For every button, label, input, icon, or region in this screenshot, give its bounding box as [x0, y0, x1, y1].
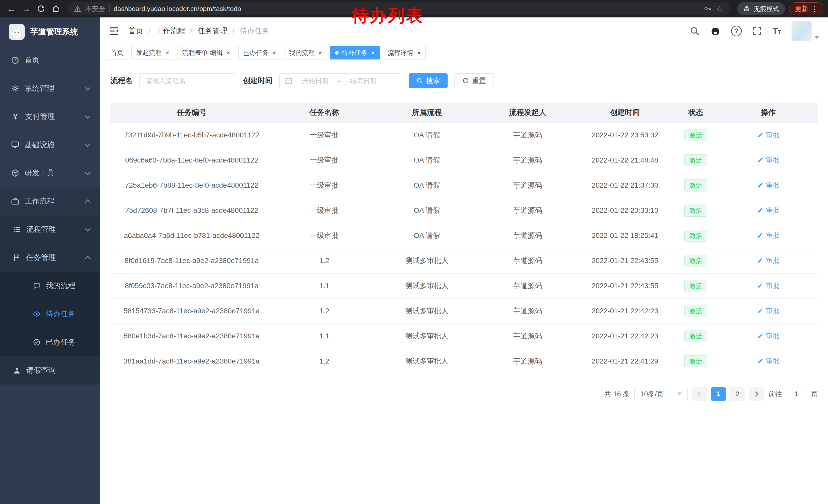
approve-link[interactable]: 审批 [757, 206, 779, 215]
cell-task-id: 381aa1dd-7ac8-11ec-a9e2-a2380e71991a [110, 349, 273, 374]
sidebar-item-system[interactable]: 系统管理 [0, 74, 100, 102]
reload-icon [37, 4, 45, 13]
fullscreen-icon[interactable] [752, 26, 762, 36]
column-header: 创建时间 [577, 102, 672, 123]
page-button-2[interactable]: 2 [730, 387, 745, 401]
approve-link[interactable]: 审批 [757, 181, 779, 190]
close-icon[interactable]: × [371, 49, 375, 56]
sidebar-item-infrastructure[interactable]: 基础设施 [0, 131, 100, 159]
table-row: a6aba0a4-7b6d-11ec-b781-acde48001122 一级审… [110, 223, 818, 248]
tab-done-tasks[interactable]: 已办任务× [238, 46, 281, 59]
sidebar-item-devtools[interactable]: 研发工具 [0, 159, 100, 187]
cell-process: OA 请假 [376, 148, 478, 173]
sidebar-item-process-mgmt[interactable]: 流程管理 [0, 215, 100, 243]
sidebar-item-label: 已办任务 [46, 337, 75, 348]
close-icon[interactable]: × [165, 49, 169, 56]
url-text[interactable]: dashboard.yudao.iocoder.cn/bpm/task/todo [114, 5, 241, 13]
help-icon[interactable]: ? [731, 26, 742, 36]
navbar-actions: ? TT [690, 21, 819, 41]
search-button[interactable]: 搜索 [409, 73, 448, 88]
cell-created: 2022-01-21 22:42:23 [577, 299, 672, 324]
approve-link[interactable]: 审批 [757, 131, 779, 139]
cell-action: 审批 [719, 349, 818, 374]
tab-home[interactable]: 首页 [106, 46, 128, 59]
user-avatar[interactable] [792, 21, 819, 41]
approve-link[interactable]: 审批 [757, 231, 779, 240]
sidebar-item-task-mgmt[interactable]: 任务管理 [0, 243, 100, 272]
sidebar-item-payment[interactable]: ¥ 支付管理 [0, 102, 100, 131]
close-icon[interactable]: × [318, 49, 322, 56]
table-row: 8f059c03-7ac8-11ec-a9e2-a2380e71991a 1.1… [110, 273, 818, 299]
status-badge: 激活 [685, 179, 707, 191]
address-bar[interactable]: 不安全 dashboard.yudao.iocoder.cn/bpm/task/… [67, 2, 730, 15]
cell-created: 2022-01-22 20:33:10 [577, 198, 672, 223]
sidebar-collapse-icon[interactable] [109, 26, 120, 36]
chevron-down-icon [85, 170, 91, 175]
breadcrumb-item[interactable]: 工作流程 [156, 26, 185, 36]
process-name-label: 流程名 [110, 76, 133, 86]
reset-button[interactable]: 重置 [454, 73, 494, 88]
column-header: 所属流程 [376, 102, 478, 123]
sidebar-item-done-tasks[interactable]: 已办任务 [0, 328, 100, 356]
approve-link[interactable]: 审批 [757, 155, 779, 165]
tab-start-process[interactable]: 发起流程× [131, 46, 174, 59]
status-badge: 激活 [685, 129, 707, 141]
github-icon[interactable] [710, 26, 721, 36]
refresh-icon [462, 78, 469, 84]
next-page-button[interactable] [749, 387, 763, 401]
font-size-icon[interactable]: TT [773, 26, 781, 36]
tab-process-detail[interactable]: 流程详情× [383, 46, 425, 59]
goto-page-input[interactable] [787, 387, 806, 401]
date-range-picker[interactable]: - [279, 73, 402, 88]
browser-reload-button[interactable] [34, 2, 48, 15]
breadcrumb-item[interactable]: 任务管理 [198, 26, 227, 36]
bookmark-star-icon[interactable]: ☆ [716, 4, 723, 13]
process-name-input[interactable] [139, 73, 236, 88]
table-row: 73211d9d-7b9b-11ec-b5b7-acde48001122 一级审… [110, 123, 818, 148]
cell-task-name: 1.2 [273, 349, 376, 374]
app-logo[interactable]: 芋道管理系统 [0, 17, 100, 46]
approve-link[interactable]: 审批 [757, 306, 779, 315]
close-icon[interactable]: × [417, 49, 421, 56]
cell-status: 激活 [673, 198, 719, 223]
prev-page-button[interactable] [692, 387, 707, 401]
tools-icon [11, 169, 19, 177]
edit-icon [757, 358, 763, 364]
key-icon[interactable] [704, 5, 712, 13]
page-size-select[interactable]: 10条/页 [634, 387, 688, 401]
close-icon[interactable]: × [226, 49, 230, 56]
approve-link[interactable]: 审批 [757, 357, 779, 366]
sidebar-item-todo-tasks[interactable]: 待办任务 [0, 300, 100, 328]
end-date-input[interactable] [344, 77, 382, 85]
cell-action: 审批 [719, 198, 818, 223]
chevron-right-icon [753, 392, 758, 397]
page-content: 流程名 创建时间 - 搜索 重置 [100, 61, 828, 504]
table-row: 725a1eb6-7b88-11ec-8ef0-acde48001122 一级审… [110, 173, 818, 198]
browser-home-button[interactable] [49, 2, 63, 15]
approve-link[interactable]: 审批 [757, 256, 779, 265]
tab-my-process[interactable]: 我的流程× [284, 46, 327, 59]
browser-forward-button[interactable]: → [19, 2, 33, 15]
sidebar-item-my-process[interactable]: 我的流程 [0, 272, 100, 300]
cell-status: 激活 [673, 148, 719, 173]
start-date-input[interactable] [296, 77, 334, 85]
close-icon[interactable]: × [273, 49, 276, 56]
sidebar-item-workflow[interactable]: 工作流程 [0, 187, 100, 215]
approve-link[interactable]: 审批 [757, 331, 779, 340]
tab-label: 发起流程 [136, 48, 162, 57]
cell-initiator: 芋道源码 [478, 148, 577, 173]
security-label[interactable]: 不安全 [85, 4, 105, 13]
tab-todo-tasks[interactable]: 待办任务× [330, 46, 380, 59]
page-button-1[interactable]: 1 [711, 387, 726, 401]
sidebar-item-home[interactable]: 首页 [0, 46, 100, 74]
breadcrumb-item[interactable]: 首页 [128, 26, 143, 36]
update-chip[interactable]: 更新 ⋮ [789, 2, 823, 15]
chevron-up-icon [85, 256, 91, 262]
browser-back-button[interactable]: ← [5, 2, 18, 15]
approve-link[interactable]: 审批 [757, 281, 779, 290]
sidebar-item-leave-query[interactable]: 请假查询 [0, 356, 100, 384]
search-icon[interactable] [690, 26, 700, 36]
table-header-row: 任务编号 任务名称 所属流程 流程发起人 创建时间 状态 操作 [110, 102, 818, 123]
kebab-menu-icon[interactable]: ⋮ [811, 4, 819, 13]
tab-form-edit[interactable]: 流程表单-编辑× [177, 46, 235, 59]
